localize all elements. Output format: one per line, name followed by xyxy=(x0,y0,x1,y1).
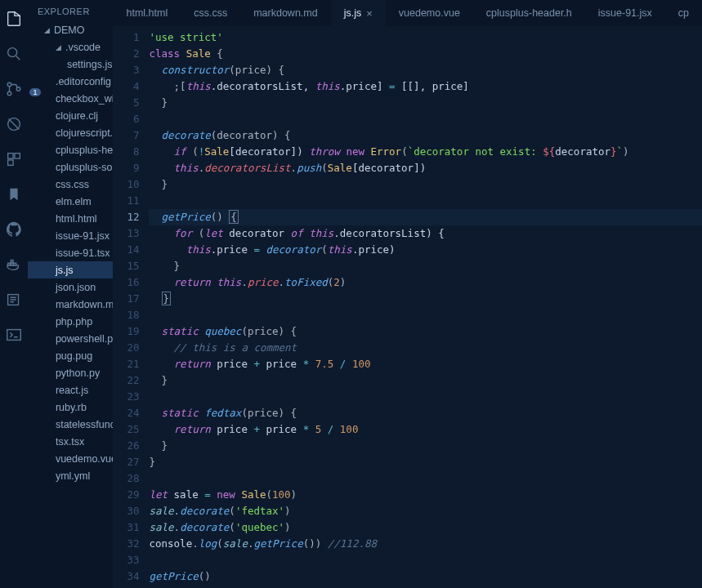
tab-label: issue-91.jsx xyxy=(598,7,652,19)
close-icon[interactable]: × xyxy=(366,7,373,20)
line-number: 2 xyxy=(113,46,139,62)
code-line: } xyxy=(149,176,702,193)
news-icon[interactable] xyxy=(5,291,23,311)
tree-file[interactable]: powershell.ps1 xyxy=(28,330,114,347)
github-icon[interactable] xyxy=(5,220,23,241)
tree-folder-vscode[interactable]: ◢.vscode xyxy=(28,38,114,56)
line-number: 35 xyxy=(113,585,139,588)
code-line-current: getPrice() { xyxy=(149,209,702,225)
tab-label: html.html xyxy=(126,7,168,19)
line-number: 13 xyxy=(113,225,139,242)
svg-rect-7 xyxy=(8,160,13,165)
tree-file[interactable]: yml.yml xyxy=(28,467,114,484)
line-number: 3 xyxy=(113,62,139,78)
tree-file[interactable]: issue-91.tsx xyxy=(28,244,114,261)
code-line: static quebec(price) { xyxy=(149,323,702,340)
tab-vuedemo[interactable]: vuedemo.vue xyxy=(386,0,473,26)
line-number: 10 xyxy=(113,176,139,193)
tree-file[interactable]: cplusplus-header.h xyxy=(28,141,114,158)
tab-jsjs[interactable]: js.js× xyxy=(331,0,386,26)
tree-label: ruby.rb xyxy=(56,402,87,413)
extensions-icon[interactable] xyxy=(5,150,23,171)
code-line: return price + price * 7.5 / 100 xyxy=(149,356,702,372)
code-line: if (!Sale[decorator]) throw new Error(`d… xyxy=(149,144,702,160)
tree-file[interactable]: css.css xyxy=(28,176,114,193)
tree-file[interactable]: elm.elm xyxy=(28,193,114,210)
line-number: 24 xyxy=(113,405,139,421)
svg-point-2 xyxy=(7,91,11,96)
tree-label: issue-91.jsx xyxy=(56,230,110,242)
tab-cpp-header[interactable]: cplusplus-header.h xyxy=(473,0,585,26)
tree-file[interactable]: php.php xyxy=(28,313,114,330)
code-line: decorate(decorator) { xyxy=(149,127,702,144)
code-line: this.decoratorsList.push(Sale[decorator]… xyxy=(149,160,702,176)
tree-label: vuedemo.vue xyxy=(56,453,114,465)
docker-icon[interactable] xyxy=(5,256,23,276)
tree-file[interactable]: settings.json xyxy=(28,56,114,73)
tab-html[interactable]: html.html xyxy=(113,0,181,26)
tab-label: css.css xyxy=(194,7,227,19)
code-line: } xyxy=(149,95,702,111)
code-line: console.log(sale.getPrice()) //112.88 xyxy=(149,536,702,552)
code-line xyxy=(149,585,702,588)
search-icon[interactable] xyxy=(5,45,23,65)
tree-file[interactable]: cplusplus-source.cc xyxy=(28,158,114,176)
code-line: return this.price.toFixed(2) xyxy=(149,274,702,291)
line-number: 6 xyxy=(113,111,139,127)
tree-label: settings.json xyxy=(67,59,114,70)
code-line xyxy=(149,552,702,568)
tree-label: cplusplus-header.h xyxy=(56,145,114,156)
tree-file[interactable]: tsx.tsx xyxy=(28,433,114,450)
tree-label: DEMO xyxy=(54,24,85,36)
tree-label: elm.elm xyxy=(56,196,92,207)
line-number: 7 xyxy=(113,127,139,144)
tree-file[interactable]: vuedemo.vue xyxy=(28,450,114,467)
tab-label: markdown.md xyxy=(253,7,318,19)
tree-file[interactable]: json.json xyxy=(28,278,114,296)
code-line: // this is a comment xyxy=(149,340,702,356)
line-number: 31 xyxy=(113,519,139,536)
tree-file[interactable]: react.js xyxy=(28,381,114,399)
tree-label: php.php xyxy=(56,316,92,327)
tab-markdown[interactable]: markdown.md xyxy=(240,0,331,26)
code-editor[interactable]: 1 2 3 4 5 6 7 8 9 10 11 12 13 14 15 16 1… xyxy=(113,26,702,588)
terminal-icon[interactable] xyxy=(5,326,23,346)
svg-rect-13 xyxy=(7,330,21,341)
tree-root[interactable]: ◢DEMO xyxy=(28,21,114,38)
tree-label: cplusplus-source.cc xyxy=(56,162,114,173)
tree-file[interactable]: ruby.rb xyxy=(28,399,114,416)
tab-bar: html.html css.css markdown.md js.js× vue… xyxy=(113,0,702,26)
tree-label: clojurescript.cljs xyxy=(56,127,114,139)
code-line xyxy=(149,193,702,209)
source-control-icon[interactable]: 1 xyxy=(5,80,23,100)
explorer-icon[interactable] xyxy=(5,10,23,30)
code-line: } xyxy=(149,291,702,307)
tree-file[interactable]: issue-91.jsx xyxy=(28,227,114,244)
tree-file[interactable]: pug.pug xyxy=(28,347,114,364)
tree-file[interactable]: python.py xyxy=(28,364,114,381)
tab-label: vuedemo.vue xyxy=(399,7,460,19)
tree-file[interactable]: markdown.md xyxy=(28,296,114,313)
tab-label: js.js xyxy=(344,7,362,19)
tree-file-jsjs[interactable]: js.js xyxy=(28,261,114,278)
tree-file[interactable]: clojure.clj xyxy=(28,107,114,124)
tree-file[interactable]: clojurescript.cljs xyxy=(28,124,114,141)
line-number: 27 xyxy=(113,454,139,470)
tab-overflow[interactable]: cp xyxy=(665,0,702,26)
tree-file[interactable]: statelessfunctionalr… xyxy=(28,416,114,433)
debug-icon[interactable] xyxy=(5,115,23,136)
code-content[interactable]: 'use strict' class Sale { constructor(pr… xyxy=(149,29,702,588)
bookmark-icon[interactable] xyxy=(5,185,23,206)
tree-label: .vscode xyxy=(65,42,101,53)
tab-css[interactable]: css.css xyxy=(181,0,240,26)
tree-label: statelessfunctionalr… xyxy=(56,419,114,430)
tree-file[interactable]: html.html xyxy=(28,210,114,227)
tree-file[interactable]: .editorconfig xyxy=(28,73,114,90)
line-number: 18 xyxy=(113,307,139,323)
tab-issue91[interactable]: issue-91.jsx xyxy=(585,0,665,26)
line-number: 14 xyxy=(113,242,139,258)
line-number: 9 xyxy=(113,160,139,176)
line-number: 21 xyxy=(113,356,139,372)
line-number: 30 xyxy=(113,503,139,519)
line-number: 29 xyxy=(113,487,139,503)
